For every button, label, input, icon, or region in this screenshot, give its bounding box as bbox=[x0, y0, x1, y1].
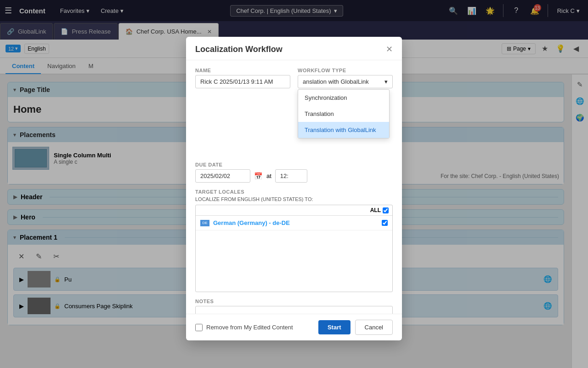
workflow-type-label: WORKFLOW TYPE bbox=[298, 68, 393, 73]
all-checkbox-input[interactable] bbox=[383, 207, 389, 213]
locale-item-label: German (Germany) - de-DE bbox=[213, 219, 378, 226]
dropdown-item-sync[interactable]: Synchronization bbox=[298, 90, 389, 106]
target-locales-group: TARGET LOCALES LOCALIZE FROM ENGLISH (UN… bbox=[195, 189, 393, 292]
date-row: 📅 at bbox=[195, 169, 393, 183]
calendar-icon[interactable]: 📅 bbox=[254, 172, 263, 180]
workflow-type-dropdown: Synchronization Translation Translation … bbox=[298, 89, 390, 138]
workflow-type-value: anslation with GlobalLink bbox=[303, 78, 369, 85]
localization-workflow-modal: Localization Workflow ✕ NAME WORKFLOW TY… bbox=[186, 37, 402, 340]
time-input[interactable] bbox=[275, 169, 307, 183]
locales-list: ALL DE German (Germany) - de-DE bbox=[195, 205, 393, 292]
due-date-group: DUE DATE 📅 at bbox=[195, 162, 393, 183]
name-input[interactable] bbox=[195, 75, 290, 88]
name-workflow-row: NAME WORKFLOW TYPE anslation with Global… bbox=[195, 68, 393, 88]
german-flag-icon: DE bbox=[200, 220, 209, 226]
locale-item-german[interactable]: DE German (Germany) - de-DE bbox=[196, 216, 392, 230]
modal-header: Localization Workflow ✕ bbox=[186, 37, 402, 60]
due-date-input[interactable] bbox=[195, 169, 250, 183]
localize-from-label: LOCALIZE FROM ENGLISH (UNITED STATES) TO… bbox=[195, 196, 393, 202]
modal-overlay[interactable]: Localization Workflow ✕ NAME WORKFLOW TY… bbox=[0, 0, 588, 368]
due-date-label: DUE DATE bbox=[195, 162, 393, 167]
notes-input-display[interactable]: You can add additional notes here. ▾ bbox=[195, 306, 393, 314]
all-checkbox[interactable]: ALL bbox=[370, 207, 389, 213]
cancel-button[interactable]: Cancel bbox=[355, 320, 393, 335]
at-label: at bbox=[266, 172, 271, 179]
remove-checkbox-label: Remove from My Edited Content bbox=[206, 324, 293, 331]
modal-footer: Remove from My Edited Content Start Canc… bbox=[186, 314, 402, 340]
target-locales-label: TARGET LOCALES bbox=[195, 189, 393, 195]
notes-label: NOTES bbox=[195, 299, 393, 304]
workflow-type-chevron-icon: ▾ bbox=[384, 78, 388, 85]
dropdown-item-translation-gl[interactable]: Translation with GlobalLink bbox=[298, 122, 389, 138]
modal-title: Localization Workflow bbox=[195, 45, 283, 54]
workflow-type-select[interactable]: anslation with GlobalLink ▾ bbox=[298, 75, 393, 88]
remove-checkbox[interactable] bbox=[195, 324, 203, 331]
dropdown-item-translation[interactable]: Translation bbox=[298, 106, 389, 122]
all-label: ALL bbox=[370, 207, 381, 213]
start-button[interactable]: Start bbox=[318, 320, 351, 334]
remove-checkbox-row: Remove from My Edited Content bbox=[195, 324, 293, 331]
name-label: NAME bbox=[195, 68, 290, 73]
locale-checkbox-german[interactable] bbox=[382, 220, 388, 226]
notes-group: NOTES You can add additional notes here.… bbox=[195, 299, 393, 314]
locales-filter-input[interactable] bbox=[199, 207, 368, 213]
locales-filter-row: ALL bbox=[196, 205, 392, 216]
modal-body: NAME WORKFLOW TYPE anslation with Global… bbox=[186, 60, 402, 314]
modal-close-button[interactable]: ✕ bbox=[386, 44, 393, 54]
